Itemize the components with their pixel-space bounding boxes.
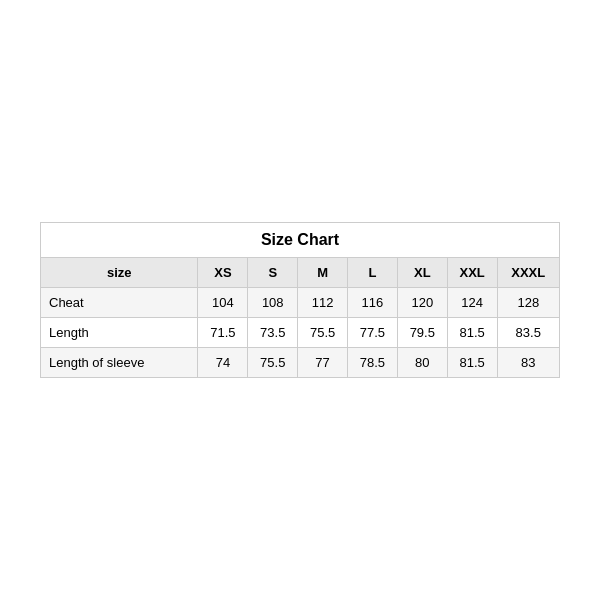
- sleeve-xs: 74: [198, 348, 248, 378]
- header-l: L: [348, 258, 398, 288]
- header-row: size XS S M L XL XXL XXXL: [41, 258, 560, 288]
- header-s: S: [248, 258, 298, 288]
- length-m: 75.5: [298, 318, 348, 348]
- row-length: Length 71.5 73.5 75.5 77.5 79.5 81.5 83.…: [41, 318, 560, 348]
- header-xxxl: XXXL: [497, 258, 559, 288]
- sleeve-m: 77: [298, 348, 348, 378]
- length-xxl: 81.5: [447, 318, 497, 348]
- sleeve-xxl: 81.5: [447, 348, 497, 378]
- length-xl: 79.5: [397, 318, 447, 348]
- header-xxl: XXL: [447, 258, 497, 288]
- length-xxxl: 83.5: [497, 318, 559, 348]
- table-title: Size Chart: [41, 223, 560, 258]
- length-xs: 71.5: [198, 318, 248, 348]
- sleeve-l: 78.5: [348, 348, 398, 378]
- header-size: size: [41, 258, 198, 288]
- sleeve-xxxl: 83: [497, 348, 559, 378]
- header-m: M: [298, 258, 348, 288]
- cheat-l: 116: [348, 288, 398, 318]
- row-cheat: Cheat 104 108 112 116 120 124 128: [41, 288, 560, 318]
- cheat-xl: 120: [397, 288, 447, 318]
- title-row: Size Chart: [41, 223, 560, 258]
- cheat-s: 108: [248, 288, 298, 318]
- length-l: 77.5: [348, 318, 398, 348]
- header-xs: XS: [198, 258, 248, 288]
- sleeve-s: 75.5: [248, 348, 298, 378]
- cheat-xs: 104: [198, 288, 248, 318]
- header-xl: XL: [397, 258, 447, 288]
- length-s: 73.5: [248, 318, 298, 348]
- label-sleeve: Length of sleeve: [41, 348, 198, 378]
- cheat-xxxl: 128: [497, 288, 559, 318]
- cheat-m: 112: [298, 288, 348, 318]
- sleeve-xl: 80: [397, 348, 447, 378]
- row-sleeve: Length of sleeve 74 75.5 77 78.5 80 81.5…: [41, 348, 560, 378]
- label-length: Length: [41, 318, 198, 348]
- size-chart-wrapper: Size Chart size XS S M L XL XXL XXXL Che…: [40, 222, 560, 378]
- cheat-xxl: 124: [447, 288, 497, 318]
- size-chart-table: Size Chart size XS S M L XL XXL XXXL Che…: [40, 222, 560, 378]
- label-cheat: Cheat: [41, 288, 198, 318]
